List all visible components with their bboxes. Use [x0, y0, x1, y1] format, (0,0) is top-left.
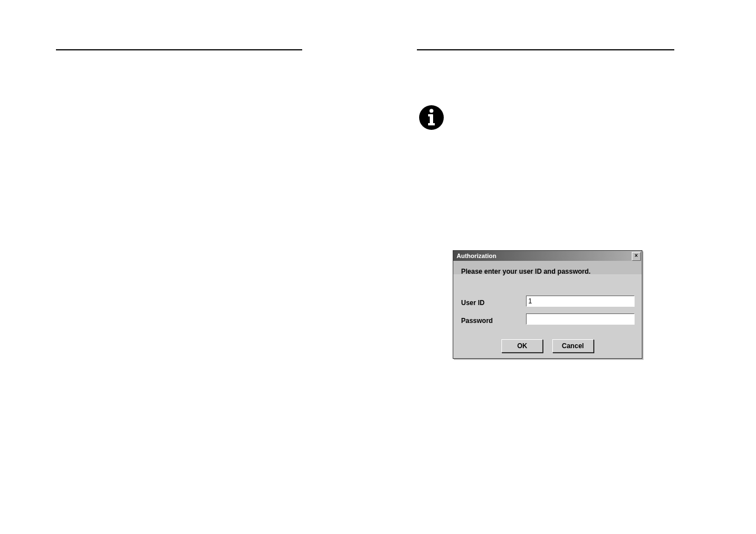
ok-button[interactable]: OK	[501, 339, 543, 353]
document-page: Authorization × Please enter your user I…	[0, 0, 756, 534]
password-label: Password	[461, 317, 493, 325]
user-id-input[interactable]	[526, 296, 635, 307]
password-input[interactable]	[526, 313, 635, 325]
dialog-prompt: Please enter your user ID and password.	[461, 268, 590, 275]
close-icon: ×	[635, 252, 638, 259]
dialog-title: Authorization	[457, 252, 496, 259]
user-id-label: User ID	[461, 299, 485, 307]
close-button[interactable]: ×	[632, 252, 641, 261]
svg-point-1	[430, 109, 434, 113]
horizontal-rule-left	[56, 49, 302, 50]
horizontal-rule-right	[417, 49, 674, 50]
svg-rect-3	[428, 114, 432, 116]
info-icon	[418, 104, 445, 131]
svg-rect-4	[428, 123, 435, 125]
cancel-button[interactable]: Cancel	[552, 339, 594, 353]
dialog-button-row: OK Cancel	[453, 339, 642, 353]
authorization-dialog: Authorization × Please enter your user I…	[453, 250, 642, 359]
dialog-titlebar[interactable]: Authorization ×	[453, 251, 642, 261]
dialog-body: Please enter your user ID and password. …	[453, 261, 642, 274]
